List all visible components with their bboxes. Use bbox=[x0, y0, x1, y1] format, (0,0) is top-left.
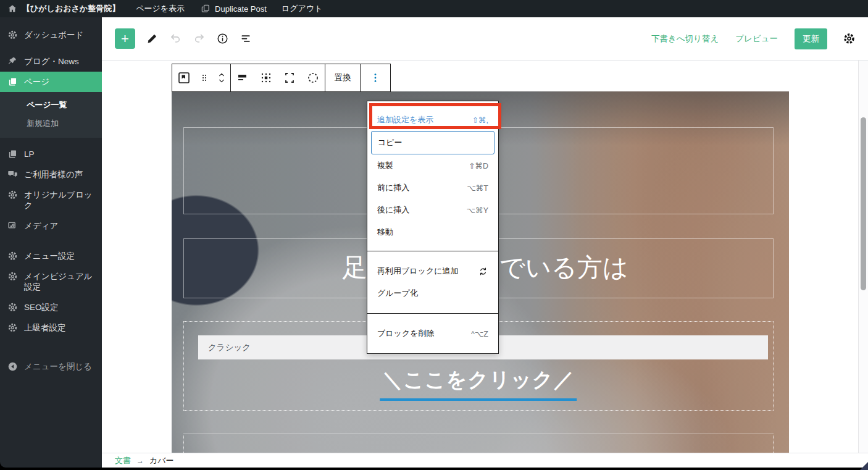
menu-item-duplicate[interactable]: 複製 ⇧⌘D bbox=[367, 154, 498, 177]
shortcut-label: ⇧⌘D bbox=[469, 161, 488, 170]
alignment-icon[interactable] bbox=[231, 64, 254, 91]
list-view-icon[interactable] bbox=[240, 32, 252, 45]
update-button[interactable]: 更新 bbox=[795, 28, 827, 49]
sidebar-item-blog-news[interactable]: ブログ・News bbox=[0, 51, 102, 72]
gear-icon bbox=[7, 271, 18, 282]
sidebar-item-label: 上級者設定 bbox=[24, 322, 66, 333]
collapse-arrow-icon bbox=[7, 361, 18, 372]
gear-icon bbox=[7, 322, 18, 333]
menu-item-insert-after[interactable]: 後に挿入 ⌥⌘Y bbox=[367, 199, 498, 221]
sidebar-item-seo-settings[interactable]: SEO設定 bbox=[0, 297, 102, 317]
toolbar-group-block bbox=[172, 64, 231, 91]
editor-header: + 下書きへ切り替え プレビュー 更新 bbox=[102, 17, 868, 61]
vertical-scrollbar[interactable] bbox=[858, 61, 868, 453]
block-toolbar: 置換 bbox=[172, 64, 391, 92]
pages-icon bbox=[7, 77, 18, 87]
switch-to-draft-button[interactable]: 下書きへ切り替え bbox=[651, 33, 719, 44]
block-breadcrumb: 文書 → カバー bbox=[102, 453, 868, 468]
menu-group-3: ブロックを削除 ^⌥Z bbox=[367, 314, 498, 353]
duotone-filter-icon[interactable] bbox=[301, 64, 325, 91]
block-inserter-button[interactable]: + bbox=[115, 28, 135, 49]
collapse-menu-button[interactable]: メニューを閉じる bbox=[0, 356, 102, 377]
editor-canvas: 足 でいる方は クラシック ＼ここをクリック／ bbox=[102, 61, 858, 453]
block-options-menu: 追加設定を表示 ⇧⌘, コピー 複製 ⇧⌘D 前に挿入 ⌥⌘T bbox=[367, 101, 499, 354]
block-mover-icon[interactable] bbox=[213, 64, 230, 91]
submenu-item-page-list[interactable]: ページ一覧 bbox=[0, 96, 102, 114]
sidebar-item-voices[interactable]: ご利用者様の声 bbox=[0, 164, 102, 185]
sidebar-item-label: メディア bbox=[24, 220, 58, 231]
settings-gear-icon[interactable] bbox=[843, 32, 856, 45]
collapse-menu-label: メニューを閉じる bbox=[24, 361, 92, 372]
sidebar-item-label: オリジナルブロック bbox=[24, 190, 96, 211]
menu-item-remove-block[interactable]: ブロックを削除 ^⌥Z bbox=[367, 322, 498, 345]
replace-button[interactable]: 置換 bbox=[325, 64, 360, 91]
sidebar-item-label: ページ bbox=[24, 77, 49, 87]
sidebar-item-mainvisual-settings[interactable]: メインビジュアル設定 bbox=[0, 266, 102, 297]
cover-block-icon[interactable] bbox=[172, 64, 196, 91]
editor-area: + 下書きへ切り替え プレビュー 更新 bbox=[102, 17, 868, 468]
header-actions: 下書きへ切り替え プレビュー 更新 bbox=[635, 28, 856, 49]
admin-sidebar: ダッシュボード ブログ・News ページ ページ一覧 新規追加 LP ご利用者様… bbox=[0, 17, 102, 468]
redo-icon[interactable] bbox=[193, 32, 206, 45]
menu-item-move[interactable]: 移動 bbox=[367, 221, 498, 243]
info-icon[interactable] bbox=[216, 32, 229, 45]
sidebar-item-advanced-settings[interactable]: 上級者設定 bbox=[0, 317, 102, 338]
logout-link[interactable]: ログアウト bbox=[282, 3, 323, 14]
submenu-item-add-new[interactable]: 新規追加 bbox=[0, 114, 102, 133]
sidebar-item-media[interactable]: メディア bbox=[0, 216, 102, 236]
menu-item-copy[interactable]: コピー bbox=[371, 131, 495, 154]
menu-item-insert-before[interactable]: 前に挿入 ⌥⌘T bbox=[367, 177, 498, 199]
breadcrumb-arrow-icon: → bbox=[136, 456, 144, 465]
sidebar-item-label: ブログ・News bbox=[24, 56, 79, 67]
sidebar-item-dashboard[interactable]: ダッシュボード bbox=[0, 25, 102, 45]
menu-item-show-more-settings[interactable]: 追加設定を表示 ⇧⌘, bbox=[367, 109, 498, 131]
toolbar-group-cover-tools bbox=[231, 64, 325, 91]
view-page-link[interactable]: ページを表示 bbox=[136, 3, 185, 14]
preview-button[interactable]: プレビュー bbox=[735, 33, 778, 44]
menu-item-add-to-reusable[interactable]: 再利用ブロックに追加 bbox=[367, 260, 498, 282]
pages-submenu: ページ一覧 新規追加 bbox=[0, 92, 102, 138]
pin-icon bbox=[7, 56, 18, 67]
menu-group-2: 再利用ブロックに追加 グループ化 bbox=[367, 251, 498, 314]
sidebar-item-label: ご利用者様の声 bbox=[24, 169, 83, 180]
shortcut-label: ⌥⌘T bbox=[467, 183, 488, 193]
duplicate-post-label: Duplicate Post bbox=[215, 4, 267, 14]
toolbar-group-replace: 置換 bbox=[325, 64, 361, 91]
gear-icon bbox=[7, 30, 18, 40]
breadcrumb-block: カバー bbox=[149, 455, 174, 466]
shortcut-label: ^⌥Z bbox=[471, 329, 488, 338]
reusable-block-icon bbox=[478, 266, 488, 277]
drag-handle-icon[interactable] bbox=[196, 64, 213, 91]
sidebar-item-label: メニュー設定 bbox=[24, 251, 75, 261]
media-icon bbox=[7, 220, 18, 231]
next-block-outline[interactable] bbox=[183, 434, 774, 453]
gear-icon bbox=[7, 302, 18, 313]
click-here-link[interactable]: ＼ここをクリック／ bbox=[380, 366, 577, 401]
edit-tool-icon[interactable] bbox=[146, 32, 159, 45]
menu-item-group[interactable]: グループ化 bbox=[367, 282, 498, 304]
sidebar-item-menu-settings[interactable]: メニュー設定 bbox=[0, 246, 102, 266]
home-icon[interactable] bbox=[7, 4, 17, 14]
site-name-link[interactable]: 【ひがしおおさか整骨院】 bbox=[22, 3, 120, 14]
options-ellipsis-icon[interactable] bbox=[361, 64, 390, 91]
sidebar-item-label: SEO設定 bbox=[24, 302, 59, 313]
sidebar-item-label: メインビジュアル設定 bbox=[24, 271, 96, 292]
sidebar-item-original-blocks[interactable]: オリジナルブロック bbox=[0, 185, 102, 216]
copy-pages-icon bbox=[201, 4, 211, 14]
admin-bar: 【ひがしおおさか整骨院】 ページを表示 Duplicate Post ログアウト bbox=[0, 0, 868, 17]
full-height-icon[interactable] bbox=[278, 64, 301, 91]
comments-icon bbox=[7, 169, 18, 180]
wordpress-editor-window: 【ひがしおおさか整骨院】 ページを表示 Duplicate Post ログアウト… bbox=[0, 0, 868, 470]
shortcut-label: ⌥⌘Y bbox=[467, 206, 488, 215]
scrollbar-thumb[interactable] bbox=[861, 117, 866, 290]
breadcrumb-document[interactable]: 文書 bbox=[115, 455, 131, 466]
sidebar-item-pages[interactable]: ページ bbox=[0, 72, 102, 92]
pages-icon bbox=[7, 149, 18, 159]
undo-icon[interactable] bbox=[169, 32, 182, 45]
content-position-icon[interactable] bbox=[254, 64, 278, 91]
cover-heading-right: でいる方は bbox=[499, 253, 628, 283]
duplicate-post-link[interactable]: Duplicate Post bbox=[201, 4, 267, 14]
sidebar-item-lp[interactable]: LP bbox=[0, 144, 102, 164]
gear-icon bbox=[7, 251, 18, 261]
menu-group-1: 追加設定を表示 ⇧⌘, コピー 複製 ⇧⌘D 前に挿入 ⌥⌘T bbox=[367, 101, 498, 251]
